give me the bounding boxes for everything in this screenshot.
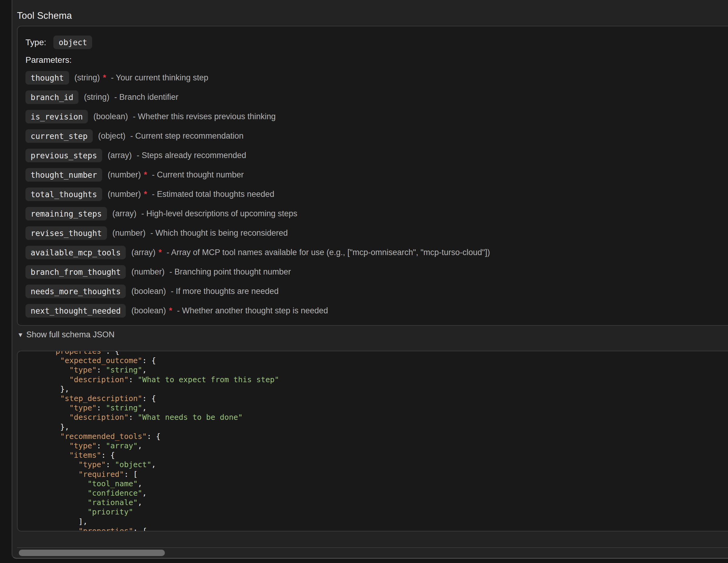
type-row: Type: object	[25, 35, 728, 49]
type-badge: object	[53, 35, 92, 49]
required-asterisk: *	[103, 73, 106, 82]
required-asterisk: *	[159, 248, 162, 257]
parameter-description: - Current thought number	[152, 170, 244, 179]
parameter-description: - Whether this revises previous thinking	[133, 112, 276, 121]
parameter-row: available_mcp_tools(array)*- Array of MC…	[25, 246, 728, 259]
code-token-punc: ,	[151, 460, 156, 469]
parameter-type: (boolean)	[131, 287, 166, 296]
parameter-name-badge: is_revision	[25, 110, 88, 123]
code-token-str: "priority"	[88, 508, 133, 516]
code-token-punc: : {	[101, 451, 115, 460]
code-token-punc: : {	[147, 432, 160, 441]
parameter-description: - Estimated total thoughts needed	[152, 189, 274, 199]
parameter-description: - Your current thinking step	[111, 73, 208, 82]
parameter-name-badge: previous_steps	[25, 149, 102, 162]
code-token-punc: :	[106, 460, 115, 469]
horizontal-scrollbar-thumb[interactable]	[19, 550, 165, 556]
parameter-type: (number)	[131, 267, 165, 276]
code-token-punc: ,	[142, 366, 147, 374]
code-token-punc: :	[97, 404, 106, 412]
parameter-name-badge: needs_more_thoughts	[25, 285, 126, 298]
code-token-str: "string"	[106, 404, 142, 412]
code-token-punc: },	[60, 385, 69, 394]
parameter-type: (boolean)	[93, 112, 128, 121]
parameter-description: - Array of MCP tool names available for …	[166, 248, 490, 257]
code-token-key: "properties"	[78, 527, 133, 531]
parameter-name-badge: thought_number	[25, 168, 102, 182]
code-token-str: "array"	[106, 441, 138, 450]
parameter-type: (number)	[112, 228, 146, 238]
parameter-name-badge: branch_from_thought	[25, 265, 126, 279]
parameter-description: - Branching point thought number	[169, 267, 291, 276]
parameter-type: (number)	[108, 189, 141, 199]
schema-json-code: "properties": { "expected_outcome": { "t…	[18, 351, 728, 531]
code-token-punc: : [	[124, 470, 138, 479]
parameter-type: (boolean)	[131, 306, 166, 316]
schema-json-toggle[interactable]: ▼ Show full schema JSON	[17, 330, 115, 340]
code-token-punc: : {	[106, 351, 119, 356]
code-token-punc: : {	[142, 356, 156, 365]
schema-summary-box: Type: object Parameters: thought(string)…	[17, 26, 728, 326]
code-token-punc: :	[97, 366, 106, 374]
parameter-row: is_revision(boolean)- Whether this revis…	[25, 110, 728, 123]
parameter-row: thought_number(number)*- Current thought…	[25, 168, 728, 182]
triangle-down-icon: ▼	[17, 331, 24, 339]
code-token-key: "type"	[69, 404, 97, 412]
parameter-type: (object)	[98, 131, 125, 141]
parameter-description: - High-level descriptions of upcoming st…	[141, 209, 297, 218]
parameter-description: - Which thought is being reconsidered	[150, 228, 288, 238]
required-asterisk: *	[144, 189, 147, 199]
code-token-punc: },	[60, 423, 69, 431]
code-token-punc: :	[97, 441, 106, 450]
code-token-punc: :	[129, 375, 138, 384]
parameter-row: branch_id(string)- Branch identifier	[25, 90, 728, 104]
code-token-punc: :	[129, 413, 138, 422]
type-label: Type:	[25, 38, 46, 47]
code-token-key: "required"	[78, 470, 124, 479]
code-token-punc: ],	[78, 517, 88, 526]
code-token-str: "rationale"	[88, 498, 138, 507]
parameter-row: remaining_steps(array)- High-level descr…	[25, 207, 728, 220]
schema-json-toggle-label: Show full schema JSON	[26, 330, 115, 340]
code-token-punc: : {	[142, 394, 156, 403]
parameter-type: (array)	[108, 151, 132, 160]
code-token-key: "expected_outcome"	[60, 356, 142, 365]
parameter-description: - Branch identifier	[114, 92, 179, 102]
parameter-name-badge: total_thoughts	[25, 187, 102, 201]
code-token-punc: ,	[138, 479, 142, 488]
code-token-key: "type"	[78, 460, 106, 469]
code-token-key: "type"	[69, 366, 97, 374]
parameter-type: (string)	[75, 73, 100, 82]
schema-json-code-block[interactable]: "properties": { "expected_outcome": { "t…	[17, 351, 728, 531]
code-token-punc: ,	[138, 498, 142, 507]
code-token-key: "description"	[69, 375, 129, 384]
parameter-name-badge: revises_thought	[25, 226, 107, 240]
parameter-type: (array)	[112, 209, 137, 218]
parameter-row: revises_thought(number)- Which thought i…	[25, 226, 728, 240]
page-title: Tool Schema	[17, 10, 72, 21]
tool-schema-content: Tool Schema Type: object Parameters: tho…	[17, 0, 728, 558]
code-token-key: "step_description"	[60, 394, 142, 403]
code-token-punc: ,	[142, 489, 147, 498]
parameter-description: - Whether another thought step is needed	[177, 306, 328, 316]
code-token-key: "items"	[69, 451, 101, 460]
parameter-row: current_step(object)- Current step recom…	[25, 129, 728, 143]
code-token-key: "description"	[69, 413, 129, 422]
parameter-type: (string)	[84, 92, 109, 102]
parameter-name-badge: remaining_steps	[25, 207, 107, 220]
parameter-type: (array)	[131, 248, 155, 257]
horizontal-scrollbar-track[interactable]	[17, 547, 728, 558]
parameter-row: previous_steps(array)- Steps already rec…	[25, 149, 728, 162]
parameter-type: (number)	[108, 170, 141, 179]
code-token-key: "recommended_tools"	[60, 432, 147, 441]
code-token-str: "object"	[115, 460, 151, 469]
code-token-str: "What to expect from this step"	[138, 375, 279, 384]
parameter-description: - Steps already recommended	[137, 151, 246, 160]
parameters-list: thought(string)*- Your current thinking …	[25, 71, 728, 318]
parameter-name-badge: available_mcp_tools	[25, 246, 126, 259]
parameter-row: thought(string)*- Your current thinking …	[25, 71, 728, 85]
parameter-description: - If more thoughts are needed	[171, 287, 279, 296]
code-token-punc: : {	[133, 527, 147, 531]
required-asterisk: *	[144, 170, 147, 179]
tool-schema-panel: Tool Schema Type: object Parameters: tho…	[12, 0, 728, 559]
